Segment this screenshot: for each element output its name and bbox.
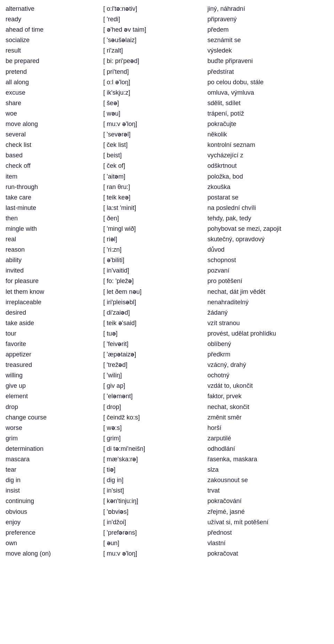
word-cell: then [4, 213, 102, 223]
table-row: then [ ðen] tehdy, pak, tedy [4, 213, 330, 223]
word-cell: worse [4, 423, 102, 433]
word-cell: ability [4, 255, 102, 265]
word-cell: willing [4, 370, 102, 380]
word-cell: insist [4, 485, 102, 496]
word-cell: treasured [4, 360, 102, 370]
word-cell: drop [4, 402, 102, 412]
word-cell: alternative [4, 3, 102, 14]
word-cell: appetizer [4, 349, 102, 360]
translation-cell: pokračovat [206, 548, 330, 559]
word-cell: ready [4, 14, 102, 24]
phonetic-cell: [ 'wiliŋ] [102, 370, 206, 380]
word-cell: take care [4, 192, 102, 203]
translation-cell: pokračování [206, 496, 330, 506]
phonetic-cell: [ 'feivərit] [102, 339, 206, 349]
word-cell: grim [4, 433, 102, 443]
translation-cell: horší [206, 423, 330, 433]
word-cell: run-through [4, 182, 102, 192]
table-row: favorite [ 'feivərit] oblíbený [4, 339, 330, 349]
phonetic-cell: [ 'eləmənt] [102, 391, 206, 401]
table-row: reason [ 'ri:zn] důvod [4, 244, 330, 255]
table-row: preference [ 'prefərəns] přednost [4, 527, 330, 538]
table-row: item [ 'aitəm] položka, bod [4, 171, 330, 182]
phonetic-cell: [ ə'hed əv taim] [102, 24, 206, 35]
translation-cell: trápení, potíž [206, 108, 330, 119]
translation-cell: řasenka, maskara [206, 454, 330, 464]
translation-cell: pokračujte [206, 119, 330, 129]
phonetic-cell: [ 'sevərəl] [102, 129, 206, 140]
translation-cell: výsledek [206, 45, 330, 56]
table-row: several [ 'sevərəl] několik [4, 129, 330, 140]
table-row: dig in [ dig in] zakousnout se [4, 475, 330, 485]
table-row: own [ əun] vlastní [4, 538, 330, 548]
translation-cell: kontrolní seznam [206, 140, 330, 150]
translation-cell: nechat, dát jim vědět [206, 286, 330, 297]
translation-cell: pozvaní [206, 265, 330, 276]
translation-cell: slza [206, 464, 330, 475]
translation-cell: omluva, výmluva [206, 87, 330, 98]
table-row: element [ 'eləmənt] faktor, prvek [4, 391, 330, 401]
word-cell: result [4, 45, 102, 56]
word-cell: check list [4, 140, 102, 150]
translation-cell: pro potěšení [206, 276, 330, 286]
table-row: tear [ tiə] slza [4, 464, 330, 475]
phonetic-cell: [ mæ'ska:rə] [102, 454, 206, 464]
phonetic-cell: [ wə:s] [102, 423, 206, 433]
phonetic-cell: [ šeə] [102, 98, 206, 108]
word-cell: several [4, 129, 102, 140]
table-row: take aside [ teik ə'said] vzít stranou [4, 318, 330, 328]
table-row: for pleasure [ fo: 'pležə] pro potěšení [4, 276, 330, 286]
translation-cell: zakousnout se [206, 475, 330, 485]
translation-cell: přednost [206, 527, 330, 538]
translation-cell: předstírat [206, 66, 330, 77]
word-cell: irreplaceable [4, 297, 102, 307]
word-cell: based [4, 150, 102, 160]
word-cell: desired [4, 307, 102, 318]
translation-cell: oblíbený [206, 339, 330, 349]
translation-cell: seznámit se [206, 35, 330, 45]
translation-cell: předkrm [206, 349, 330, 360]
translation-cell: položka, bod [206, 171, 330, 182]
table-row: continuing [ kən'tinju:iŋ] pokračování [4, 496, 330, 506]
translation-cell: postarat se [206, 192, 330, 203]
translation-cell: zkouška [206, 182, 330, 192]
word-cell: woe [4, 108, 102, 119]
table-row: change course [ čeindž ko:s] změnit směr [4, 412, 330, 423]
phonetic-cell: [ wəu] [102, 108, 206, 119]
translation-cell: sdělit, sdílet [206, 98, 330, 108]
word-cell: real [4, 234, 102, 244]
table-row: move along (on) [ mu:v ə'loŋ] pokračovat [4, 548, 330, 559]
phonetic-cell: [ kən'tinju:iŋ] [102, 496, 206, 506]
phonetic-cell: [ bi: pri'peəd] [102, 56, 206, 66]
phonetic-cell: [ 'səušəlaiz] [102, 35, 206, 45]
phonetic-cell: [ di tə:mi'neišn] [102, 443, 206, 454]
table-row: alternative [ o:l'tə:nətiv] jiný, náhrad… [4, 3, 330, 14]
word-cell: move along (on) [4, 548, 102, 559]
word-cell: invited [4, 265, 102, 276]
translation-cell: provést, udělat prohlídku [206, 328, 330, 339]
table-row: grim [ grim] zarputilé [4, 433, 330, 443]
phonetic-cell: [ let ðem nəu] [102, 286, 206, 297]
translation-cell: vzácný, drahý [206, 360, 330, 370]
word-cell: be prepared [4, 56, 102, 66]
table-row: desired [ di'zaiəd] žádaný [4, 307, 330, 318]
word-cell: obvious [4, 506, 102, 517]
translation-cell: vzít stranou [206, 318, 330, 328]
table-row: check list [ ček list] kontrolní seznam [4, 140, 330, 150]
phonetic-cell: [ 'aitəm] [102, 171, 206, 182]
phonetic-cell: [ tiə] [102, 464, 206, 475]
table-row: socialize [ 'səušəlaiz] seznámit se [4, 35, 330, 45]
word-cell: check off [4, 160, 102, 171]
table-row: give up [ giv ap] vzdát to, ukončit [4, 380, 330, 391]
word-cell: last-minute [4, 203, 102, 213]
phonetic-cell: [ 'mingl wið] [102, 223, 206, 234]
word-cell: ahead of time [4, 24, 102, 35]
word-cell: excuse [4, 87, 102, 98]
translation-cell: odškrtnout [206, 160, 330, 171]
translation-cell: odhodlání [206, 443, 330, 454]
phonetic-cell: [ mu:v ə'loŋ] [102, 119, 206, 129]
translation-cell: zarputilé [206, 433, 330, 443]
table-row: invited [ in'vaitid] pozvaní [4, 265, 330, 276]
phonetic-cell: [ mu:v ə'loŋ] [102, 548, 206, 559]
translation-cell: připravený [206, 14, 330, 24]
